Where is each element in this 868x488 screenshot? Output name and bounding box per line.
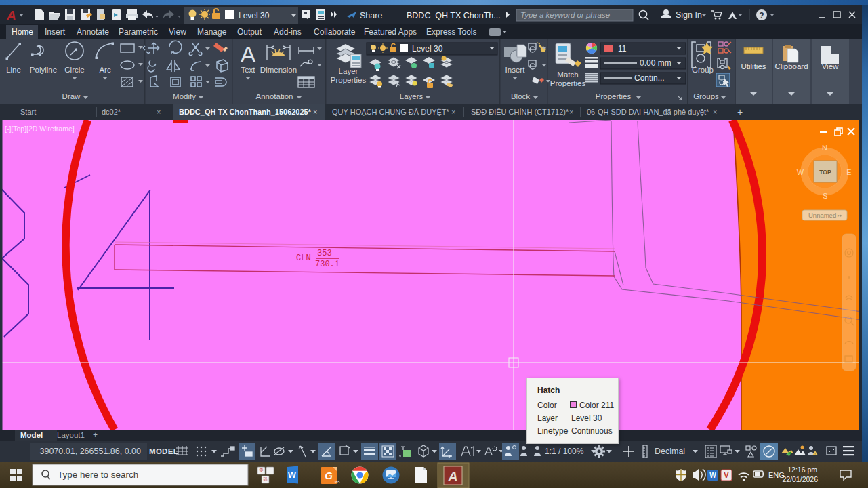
svg-text:W: W xyxy=(288,470,297,480)
svg-text:Utilities: Utilities xyxy=(741,62,766,70)
svg-text:N: N xyxy=(822,144,827,152)
svg-text:View: View xyxy=(822,62,839,70)
svg-text:Circle: Circle xyxy=(64,66,84,74)
svg-text:TOP: TOP xyxy=(819,169,831,176)
svg-text:▸▸: ▸▸ xyxy=(838,213,843,218)
svg-text:Share: Share xyxy=(360,11,382,20)
svg-text:Insert: Insert xyxy=(505,66,526,74)
svg-text:Level 30: Level 30 xyxy=(412,44,443,54)
svg-text:12:16 pm: 12:16 pm xyxy=(787,466,817,474)
svg-text:一: 一 xyxy=(268,468,272,472)
svg-text:353: 353 xyxy=(317,249,332,258)
svg-text:Layers: Layers xyxy=(400,92,423,100)
svg-text:A: A xyxy=(448,469,458,483)
svg-text:A: A xyxy=(6,8,16,22)
svg-text:W: W xyxy=(797,168,804,176)
svg-text:Properties: Properties xyxy=(550,79,586,87)
svg-text:Unnamed: Unnamed xyxy=(808,211,836,219)
svg-text:Decimal: Decimal xyxy=(655,447,685,456)
svg-text:CLN: CLN xyxy=(296,253,311,263)
svg-text:[-][Top][2D Wireframe]: [-][Top][2D Wireframe] xyxy=(5,125,75,133)
svg-text:Properties: Properties xyxy=(331,76,367,84)
svg-text:MODEL: MODEL xyxy=(149,447,178,455)
svg-text:W: W xyxy=(709,472,716,479)
svg-text:39070.01, 266551.86, 0.00: 39070.01, 266551.86, 0.00 xyxy=(40,447,141,456)
svg-text:Arc: Arc xyxy=(99,66,111,74)
svg-text:Polyline: Polyline xyxy=(30,66,57,74)
svg-text:Level 30: Level 30 xyxy=(239,11,270,20)
svg-text:0.00 mm: 0.00 mm xyxy=(640,58,671,68)
svg-text:码: 码 xyxy=(264,476,268,481)
svg-text:Properties: Properties xyxy=(596,92,632,100)
svg-text:Line: Line xyxy=(6,66,21,74)
svg-text:Annotation: Annotation xyxy=(256,92,293,100)
svg-text:Dimension: Dimension xyxy=(260,66,297,74)
svg-text:365: 365 xyxy=(334,480,340,484)
svg-text:Type a keyword or phrase: Type a keyword or phrase xyxy=(520,11,610,19)
svg-text:Layer: Layer xyxy=(339,67,358,75)
svg-text:Groups: Groups xyxy=(693,92,719,100)
svg-text:G: G xyxy=(325,470,333,481)
svg-text:零: 零 xyxy=(260,468,264,472)
svg-text:S: S xyxy=(823,192,827,200)
svg-text:Sign In: Sign In xyxy=(676,10,702,20)
svg-text:?: ? xyxy=(759,11,764,20)
svg-text:E: E xyxy=(846,168,851,176)
svg-text:V: V xyxy=(724,471,729,479)
svg-text:Draw: Draw xyxy=(62,92,81,100)
svg-text:BDDC_QH TX ChonTh...: BDDC_QH TX ChonTh... xyxy=(407,11,501,20)
svg-text:11: 11 xyxy=(618,44,627,54)
svg-text:1:1 / 100%: 1:1 / 100% xyxy=(545,447,584,456)
svg-text:Type here to search: Type here to search xyxy=(58,470,138,480)
svg-text:Contin...: Contin... xyxy=(634,73,665,83)
svg-text:Modify: Modify xyxy=(173,92,196,100)
svg-text:730.1: 730.1 xyxy=(315,260,339,269)
svg-text:Match: Match xyxy=(557,70,578,79)
svg-text:22/01/2026: 22/01/2026 xyxy=(782,475,818,483)
svg-text:Group: Group xyxy=(692,66,714,74)
svg-text:A: A xyxy=(241,41,256,67)
svg-text:Clipboard: Clipboard xyxy=(774,62,808,70)
svg-text:Block: Block xyxy=(511,92,530,100)
svg-text:Text: Text xyxy=(241,66,255,74)
